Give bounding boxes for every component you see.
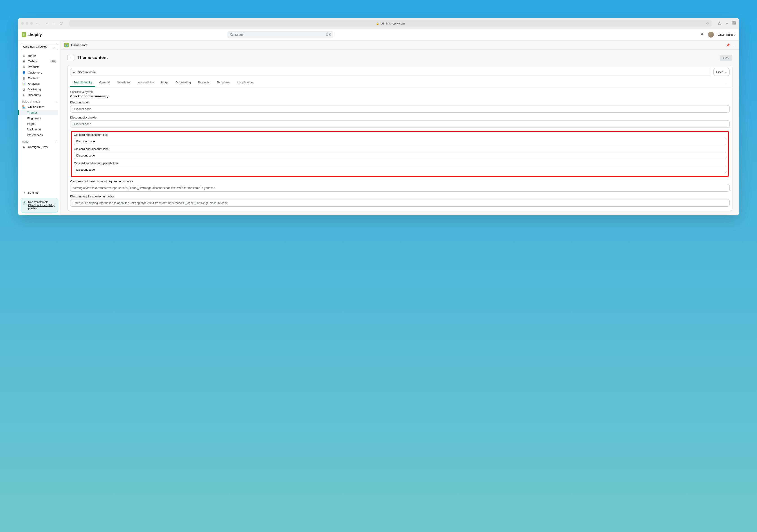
app-header: S shopify Search ⌘ K Gavin Ballard <box>18 29 739 41</box>
sidebar-item-discounts[interactable]: %Discounts <box>21 92 58 98</box>
sidebar-toggle-icon[interactable]: ⌄ <box>37 22 40 25</box>
orders-icon: ▣ <box>22 60 26 63</box>
highlight-box: Gift card and discount title Gift card a… <box>71 131 729 177</box>
avatar[interactable] <box>708 32 714 38</box>
cart-requirements-input[interactable] <box>70 184 730 192</box>
tab-newsletter[interactable]: Newsletter <box>114 78 134 87</box>
field-giftcard-title: Gift card and discount title <box>74 133 726 145</box>
search-placeholder: Search <box>235 33 244 37</box>
store-select[interactable]: Cardigan Checkout ⌄ <box>21 43 58 50</box>
more-icon[interactable]: ⋯ <box>733 43 735 47</box>
sidebar-item-home[interactable]: ⌂Home <box>21 53 58 58</box>
tab-localization[interactable]: Localization <box>234 78 256 87</box>
section-category: Checkout & system <box>70 90 730 94</box>
svg-rect-0 <box>37 23 38 24</box>
page-title: Theme content <box>77 55 108 60</box>
sidebar-item-pages[interactable]: Pages <box>21 121 58 126</box>
minimize-light[interactable] <box>26 22 28 25</box>
sidebar-item-content[interactable]: ▤Content <box>21 75 58 81</box>
tab-accessibility[interactable]: Accessibility <box>135 78 157 87</box>
close-light[interactable] <box>21 22 24 25</box>
content-icon: ▤ <box>22 76 26 80</box>
discount-label-input[interactable] <box>70 105 730 113</box>
field-label: Gift card and discount title <box>74 133 726 136</box>
chevron-right-icon[interactable]: › <box>56 100 56 103</box>
content-card: Filter ⌄ Search results General Newslett… <box>68 66 732 211</box>
page-header: ← Theme content Save <box>61 50 739 66</box>
chevron-down-icon: ⌄ <box>53 45 55 48</box>
online-store-app-icon: 🏪 <box>64 43 69 47</box>
filter-button[interactable]: Filter ⌄ <box>713 68 730 76</box>
share-icon[interactable] <box>718 21 721 25</box>
sidebar-item-products[interactable]: ◈Products <box>21 64 58 70</box>
tab-onboarding[interactable]: Onboarding <box>172 78 194 87</box>
sidebar-item-themes[interactable]: Themes <box>18 110 58 115</box>
sidebar-item-online-store[interactable]: 🏪Online Store <box>21 104 58 110</box>
sidebar-item-label: Discounts <box>28 93 41 97</box>
chevron-right-icon[interactable]: › <box>56 140 56 143</box>
section-apps: Apps› <box>21 138 58 144</box>
sidebar-item-label: Products <box>28 65 39 69</box>
tab-blogs[interactable]: Blogs <box>158 78 172 87</box>
tab-search-results[interactable]: Search results <box>70 78 95 87</box>
zoom-light[interactable] <box>30 22 33 25</box>
reload-icon[interactable]: ⟳ <box>706 22 709 25</box>
svg-rect-5 <box>735 23 736 24</box>
giftcard-label-input[interactable] <box>74 152 726 159</box>
sidebar-item-analytics[interactable]: 📊Analytics <box>21 81 58 87</box>
tabs: Search results General Newsletter Access… <box>68 78 732 87</box>
sidebar-item-marketing[interactable]: ◎Marketing <box>21 87 58 92</box>
address-bar[interactable]: 🔒 admin.shopify.com ⟳ <box>69 20 712 27</box>
field-label: Gift card and discount label <box>74 147 726 151</box>
shopify-logo[interactable]: S shopify <box>22 32 42 37</box>
sidebar-item-customers[interactable]: 👤Customers <box>21 70 58 75</box>
sidebar-item-navigation[interactable]: Navigation <box>21 126 58 132</box>
back-icon[interactable]: ‹ <box>45 22 48 25</box>
giftcard-title-input[interactable] <box>74 138 726 145</box>
home-icon: ⌂ <box>22 54 26 57</box>
banner-title: Non-transferable <box>28 201 55 204</box>
notifications-icon[interactable] <box>700 33 704 37</box>
discount-customer-notice-input[interactable] <box>70 199 730 207</box>
tab-products[interactable]: Products <box>195 78 213 87</box>
brand-text: shopify <box>27 32 42 37</box>
banner-link[interactable]: Checkout Extensibility <box>28 204 54 207</box>
content-search-input[interactable] <box>77 70 709 74</box>
search-icon <box>230 33 233 36</box>
products-icon: ◈ <box>22 65 26 69</box>
section-checkout-order-summary: Checkout & system Checkout order summary… <box>68 87 732 211</box>
discount-placeholder-input[interactable] <box>70 120 730 128</box>
customers-icon: 👤 <box>22 71 26 74</box>
info-banner: ⓘ Non-transferable Checkout Extensibilit… <box>21 198 58 212</box>
svg-point-8 <box>73 71 75 73</box>
svg-line-9 <box>75 72 76 73</box>
arrow-left-icon: ← <box>70 56 73 59</box>
giftcard-placeholder-input[interactable] <box>74 166 726 173</box>
tabs-icon[interactable] <box>732 21 736 25</box>
sidebar: Cardigan Checkout ⌄ ⌂Home ▣Orders15 ◈Pro… <box>18 41 61 215</box>
sidebar-item-settings[interactable]: ⚙Settings <box>21 190 58 195</box>
new-tab-icon[interactable]: ＋ <box>725 21 729 25</box>
shopify-logo-mark: S <box>22 32 26 37</box>
tab-templates[interactable]: Templates <box>214 78 233 87</box>
tabs-more[interactable]: ⋯ <box>723 81 730 85</box>
sidebar-item-label: Orders <box>28 60 37 63</box>
sidebar-item-orders[interactable]: ▣Orders15 <box>21 58 58 64</box>
sidebar-item-app-cardigan[interactable]: ◆Cardigan (Dev) <box>21 144 58 150</box>
shield-icon[interactable] <box>59 22 63 25</box>
back-button[interactable]: ← <box>68 54 74 61</box>
url-text: admin.shopify.com <box>380 22 405 25</box>
global-search[interactable]: Search ⌘ K <box>227 31 333 38</box>
pin-icon[interactable]: 📌 <box>726 43 730 47</box>
chevron-down-icon: ⌄ <box>724 70 727 74</box>
save-button[interactable]: Save <box>720 55 732 61</box>
gear-icon: ⚙ <box>22 191 26 194</box>
field-label: Gift card and discount placeholder <box>74 161 726 165</box>
forward-icon[interactable]: › <box>52 22 56 25</box>
sidebar-item-blog-posts[interactable]: Blog posts <box>21 115 58 121</box>
sidebar-item-preferences[interactable]: Preferences <box>21 132 58 138</box>
banner-suffix: preview <box>28 207 37 210</box>
svg-rect-3 <box>735 21 736 22</box>
tab-general[interactable]: General <box>96 78 113 87</box>
field-label: Cart does not meet discount requirements… <box>70 180 730 183</box>
